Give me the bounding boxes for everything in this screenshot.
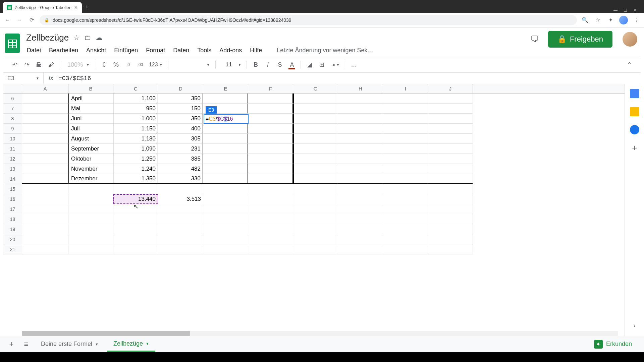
row-header-6[interactable]: 6 xyxy=(3,94,22,104)
cell-J12[interactable] xyxy=(428,154,473,164)
text-color-button[interactable]: A xyxy=(286,59,297,70)
cell-G16[interactable] xyxy=(293,194,338,204)
cell-F13[interactable] xyxy=(248,164,293,174)
decrease-decimal-button[interactable]: .0 xyxy=(123,59,133,70)
row-header-12[interactable]: 12 xyxy=(3,154,22,164)
percent-button[interactable]: % xyxy=(111,59,121,70)
cell-D20[interactable] xyxy=(158,234,203,244)
cell-B18[interactable] xyxy=(68,214,113,224)
row-header-18[interactable]: 18 xyxy=(3,214,22,224)
cell-C10[interactable]: 1.180 xyxy=(113,134,158,144)
font-size-select[interactable]: 11 ▼ xyxy=(219,61,244,68)
cell-C9[interactable]: 1.150 xyxy=(113,124,158,134)
menu-data[interactable]: Daten xyxy=(173,47,189,54)
col-header-H[interactable]: H xyxy=(338,84,383,93)
cell-C19[interactable] xyxy=(113,224,158,234)
cell-D16[interactable]: 3.513 xyxy=(158,194,203,204)
reload-button[interactable]: ⟳ xyxy=(28,16,36,24)
last-change-text[interactable]: Letzte Änderung vor wenigen Sek… xyxy=(277,47,373,54)
new-tab-button[interactable]: + xyxy=(82,2,92,13)
document-title[interactable]: Zellbezüge xyxy=(26,33,69,43)
col-header-B[interactable]: B xyxy=(68,84,113,93)
cell-C14[interactable]: 1.350 xyxy=(113,174,158,184)
menu-addons[interactable]: Add-ons xyxy=(219,47,242,54)
cell-I19[interactable] xyxy=(383,224,428,234)
explore-button[interactable]: ✦ Erkunden xyxy=(594,340,639,349)
sheet-tab-1[interactable]: Deine erste Formel ▼ xyxy=(35,337,105,351)
cell-B13[interactable]: November xyxy=(68,164,113,174)
column-headers[interactable]: ABCDEFGHIJ xyxy=(3,84,625,94)
cell-E15[interactable] xyxy=(203,184,248,194)
cell-F18[interactable] xyxy=(248,214,293,224)
cell-B16[interactable] xyxy=(68,194,113,204)
cell-F8[interactable] xyxy=(248,114,293,124)
url-input[interactable]: 🔒 docs.google.com/spreadsheets/d/1GE-twI… xyxy=(40,15,577,25)
cell-J15[interactable] xyxy=(428,184,473,194)
cell-I13[interactable] xyxy=(383,164,428,174)
browser-tab[interactable]: ▦ Zellbezüge - Google Tabellen ✕ xyxy=(3,2,82,13)
cell-H8[interactable] xyxy=(338,114,383,124)
cell-F12[interactable] xyxy=(248,154,293,164)
cell-D10[interactable]: 305 xyxy=(158,134,203,144)
cell-J8[interactable] xyxy=(428,114,473,124)
row-header-21[interactable]: 21 xyxy=(3,244,22,254)
cell-C18[interactable] xyxy=(113,214,158,224)
cell-F15[interactable] xyxy=(248,184,293,194)
col-header-A[interactable]: A xyxy=(22,84,68,93)
cell-D7[interactable]: 150 xyxy=(158,104,203,114)
cell-J7[interactable] xyxy=(428,104,473,114)
cell-E13[interactable] xyxy=(203,164,248,174)
col-header-D[interactable]: D xyxy=(158,84,203,93)
move-icon[interactable]: 🗀 xyxy=(84,34,91,42)
merge-cells-button[interactable]: ⇥ ▼ xyxy=(328,62,341,68)
cell-C6[interactable]: 1.100 xyxy=(113,94,158,104)
calendar-sidebar-icon[interactable] xyxy=(630,89,639,98)
editing-cell[interactable]: =C3/$C$16 xyxy=(204,114,249,124)
cell-H6[interactable] xyxy=(338,94,383,104)
cell-B11[interactable]: September xyxy=(68,144,113,154)
cell-E19[interactable] xyxy=(203,224,248,234)
col-header-C[interactable]: C xyxy=(113,84,158,93)
cell-H12[interactable] xyxy=(338,154,383,164)
cell-G19[interactable] xyxy=(293,224,338,234)
cell-H15[interactable] xyxy=(338,184,383,194)
cell-G18[interactable] xyxy=(293,214,338,224)
row-header-13[interactable]: 13 xyxy=(3,164,22,174)
cell-D6[interactable]: 350 xyxy=(158,94,203,104)
cell-I7[interactable] xyxy=(383,104,428,114)
col-header-E[interactable]: E xyxy=(203,84,248,93)
cell-F9[interactable] xyxy=(248,124,293,134)
cloud-status-icon[interactable]: ☁ xyxy=(96,34,102,42)
cell-A9[interactable] xyxy=(22,124,68,134)
sheet-tab-2[interactable]: Zellbezüge ▼ xyxy=(107,337,155,352)
forward-button[interactable]: → xyxy=(15,16,23,24)
cell-I21[interactable] xyxy=(383,244,428,254)
cell-B8[interactable]: Juni xyxy=(68,114,113,124)
cell-E20[interactable] xyxy=(203,234,248,244)
cell-C21[interactable] xyxy=(113,244,158,254)
cell-B21[interactable] xyxy=(68,244,113,254)
cell-E18[interactable] xyxy=(203,214,248,224)
cell-I17[interactable] xyxy=(383,204,428,214)
cell-J17[interactable] xyxy=(428,204,473,214)
cell-I6[interactable] xyxy=(383,94,428,104)
spreadsheet-grid[interactable]: ABCDEFGHIJ 6April1.1003507Mai9501508Juni… xyxy=(3,84,625,336)
more-toolbar-button[interactable]: … xyxy=(348,59,359,70)
row-header-14[interactable]: 14 xyxy=(3,174,22,184)
menu-edit[interactable]: Bearbeiten xyxy=(49,47,78,54)
cell-H11[interactable] xyxy=(338,144,383,154)
row-header-8[interactable]: 8 xyxy=(3,114,22,124)
cell-B7[interactable]: Mai xyxy=(68,104,113,114)
cell-I12[interactable] xyxy=(383,154,428,164)
cell-G9[interactable] xyxy=(293,124,338,134)
cell-F20[interactable] xyxy=(248,234,293,244)
cell-I11[interactable] xyxy=(383,144,428,154)
cell-C7[interactable]: 950 xyxy=(113,104,158,114)
cell-C15[interactable] xyxy=(113,184,158,194)
cell-J6[interactable] xyxy=(428,94,473,104)
cell-F16[interactable] xyxy=(248,194,293,204)
cell-G7[interactable] xyxy=(293,104,338,114)
cell-D14[interactable]: 330 xyxy=(158,174,203,184)
menu-help[interactable]: Hilfe xyxy=(250,47,262,54)
cell-A12[interactable] xyxy=(22,154,68,164)
